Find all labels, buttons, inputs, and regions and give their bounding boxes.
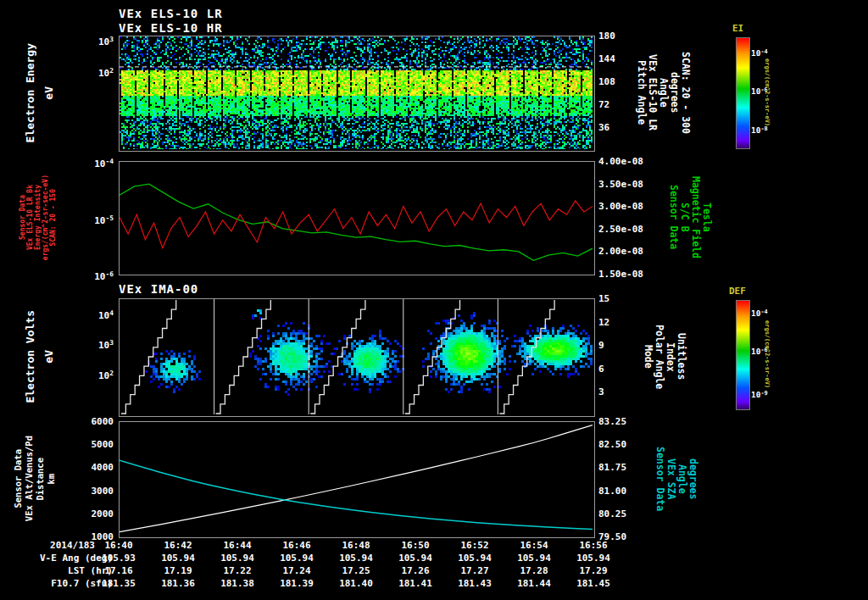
time-tick: 16:46 xyxy=(273,540,320,551)
polar-angle-axis-label: Index xyxy=(665,298,676,415)
bfield-axis-label-line: Tesla xyxy=(701,203,713,232)
bfield-tick: 1.50e-08 xyxy=(598,269,666,280)
time-tick: 16:40 xyxy=(95,540,142,551)
time-tick: 16:42 xyxy=(154,540,202,551)
ancillary-value: 17.24 xyxy=(273,565,320,576)
els-y-axis-label: eV xyxy=(39,36,58,150)
pitch-angle-axis-label: SCAN: 20 - 300 xyxy=(680,36,691,150)
time-tick: 16:44 xyxy=(214,540,261,551)
ancillary-value: 181.44 xyxy=(510,578,558,589)
bfield-axis-label-line: Sensor Data xyxy=(668,185,680,249)
ancillary-value: 105.94 xyxy=(332,553,380,564)
bfield-tick: 2.00e-08 xyxy=(598,246,666,257)
sza-axis-label: degrees xyxy=(687,421,698,536)
pitch-angle-axis-label-line: degrees xyxy=(669,72,681,113)
intensity-axis-label: SCAN: 20 - 150 xyxy=(49,161,57,274)
intensity-axis-label-line: SCAN: 20 - 150 xyxy=(49,189,57,246)
ancillary-value: 181.35 xyxy=(95,578,142,589)
ancillary-value: 17.22 xyxy=(214,565,261,576)
altitude-axis-label: Distance xyxy=(34,421,45,536)
ima-spectrogram-canvas xyxy=(120,299,593,414)
ima-y-axis-label-line: eV xyxy=(42,350,55,364)
panel1-title-lr: VEx ELS-10 LR xyxy=(119,7,223,20)
colorbar-units-text: ergs/(cm^2-s-sr-eV) xyxy=(764,58,771,126)
pitch-angle-axis-label-line: Angle xyxy=(658,78,670,108)
bfield-tick: 3.00e-08 xyxy=(598,201,666,212)
ancillary-value: 105.94 xyxy=(451,553,498,564)
pitch-angle-axis-label: Pitch Angle xyxy=(636,36,647,150)
sza-axis-label: Angle xyxy=(676,421,687,536)
polar-angle-axis-label-line: Mode xyxy=(643,345,654,369)
intensity-axis-label: Energy Intensity xyxy=(34,161,42,274)
els-colorbar-title: EI xyxy=(732,23,743,34)
altitude-axis-label: Sensor Data xyxy=(12,421,23,536)
ima-y-axis-label: eV xyxy=(39,298,58,415)
pitch-angle-axis-label-line: VEx ELS-10 LR xyxy=(647,54,659,131)
ima-colorbar-units: ergs/(cm^2-s-sr-eV) xyxy=(763,300,771,408)
ancillary-value: 181.43 xyxy=(451,578,498,589)
altitude-tick: 6000 xyxy=(49,416,114,427)
pitch-angle-axis-label: degrees xyxy=(669,36,680,150)
ancillary-value: 105.93 xyxy=(95,553,142,564)
pitch-angle-axis-label-line: SCAN: 20 - 300 xyxy=(680,52,692,134)
altitude-sza-canvas xyxy=(120,422,593,536)
ima-colorbar xyxy=(736,300,750,410)
els-energy-tick: 103 xyxy=(49,34,114,47)
els-spectrogram-canvas xyxy=(120,36,593,149)
bfield-axis-label-line: Magnetic Field xyxy=(690,176,702,258)
bfield-axis-label: Magnetic Field xyxy=(690,161,701,274)
ancillary-value: 17.25 xyxy=(332,565,380,576)
ima-energy-tick: 104 xyxy=(49,308,114,321)
intensity-bfield-canvas xyxy=(120,162,593,273)
altitude-axis-label-line: Sensor Data xyxy=(13,449,23,508)
panel1-title-hr: VEx ELS-10 HR xyxy=(119,21,223,35)
sza-axis-label-line: VEx SZA xyxy=(665,458,677,499)
pitch-angle-axis-label: VEx ELS-10 LR xyxy=(647,36,658,150)
sza-axis-label: VEx SZA xyxy=(665,421,676,536)
altitude-tick: 2000 xyxy=(49,508,114,519)
panel-ima-spectrogram xyxy=(119,298,595,417)
polar-angle-axis-label-line: Index xyxy=(665,342,676,372)
pitch-angle-axis-label-line: Pitch Angle xyxy=(636,60,648,125)
time-tick: 16:50 xyxy=(392,540,439,551)
altitude-axis-label-line: VEx Alt/Venus/Pd xyxy=(24,436,34,521)
bfield-tick: 4.00e-08 xyxy=(598,156,666,167)
intensity-axis-label-line: ergs/(cm^2-sr-sec-eV) xyxy=(42,175,49,260)
ancillary-value: 17.16 xyxy=(95,565,142,576)
sza-axis-label-line: Angle xyxy=(676,464,688,494)
bfield-axis-label: S/C B xyxy=(679,161,690,274)
ima-y-axis-label-line: Electron Volts xyxy=(24,310,36,403)
ima-energy-tick: 103 xyxy=(49,337,114,351)
ancillary-value: 181.41 xyxy=(392,578,439,589)
intensity-tick: 10-4 xyxy=(49,156,114,169)
time-tick: 16:54 xyxy=(510,540,558,551)
ancillary-value: 17.27 xyxy=(451,565,498,576)
els-y-axis-label: Electron Energy xyxy=(20,36,39,150)
intensity-axis-label: VEx ELS-10 LR Bk xyxy=(26,161,34,274)
altitude-axis-label: VEx Alt/Venus/Pd xyxy=(23,421,34,536)
sza-axis-label-line: Sensor Data xyxy=(654,447,666,511)
polar-angle-axis-label-line: Unitless xyxy=(676,333,687,380)
altitude-axis-label: km xyxy=(45,421,56,536)
ancillary-value: 181.40 xyxy=(332,578,380,589)
altitude-tick: 5000 xyxy=(49,439,114,450)
ancillary-value: 181.39 xyxy=(273,578,320,589)
sza-axis-label-line: degrees xyxy=(687,458,699,499)
bfield-axis-label: Sensor Data xyxy=(668,161,679,274)
intensity-axis-label-line: Energy Intensity xyxy=(34,185,42,250)
els-colorbar-units: ergs/(cm^2-s-sr-eV) xyxy=(763,37,771,147)
ima-energy-tick: 102 xyxy=(49,368,114,381)
panel-intensity-bfield xyxy=(119,161,595,275)
ancillary-value: 181.36 xyxy=(154,578,202,589)
intensity-tick: 10-5 xyxy=(49,213,114,226)
colorbar-units-text: ergs/(cm^2-s-sr-eV) xyxy=(764,320,771,388)
panel-els-spectrogram xyxy=(119,36,595,152)
bfield-tick: 2.50e-08 xyxy=(598,224,666,235)
intensity-axis-label: Sensor Data xyxy=(19,161,26,274)
pitch-angle-axis-label: Angle xyxy=(658,36,669,150)
els-energy-tick: 102 xyxy=(49,65,114,79)
ancillary-value: 105.94 xyxy=(510,553,558,564)
ancillary-value: 17.19 xyxy=(154,565,202,576)
ancillary-value: 17.26 xyxy=(392,565,439,576)
sza-axis-label: Sensor Data xyxy=(654,421,665,536)
